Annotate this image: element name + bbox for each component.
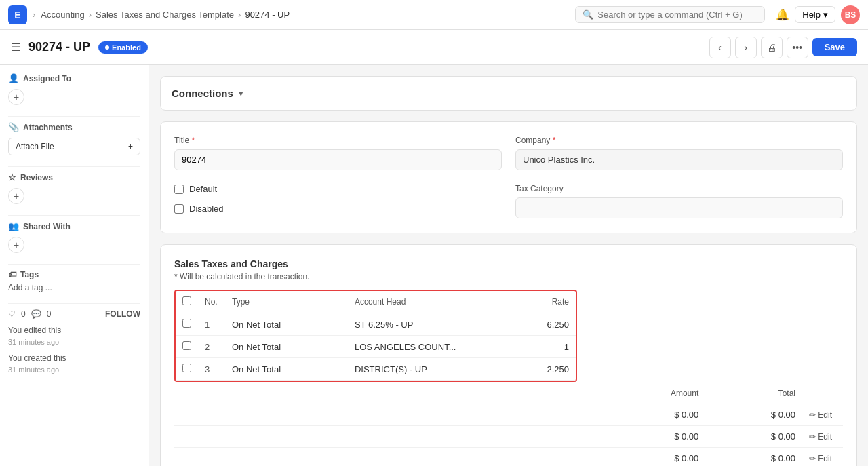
taxes-table-note: * Will be calculated in the transaction. (174, 272, 843, 281)
col-account-head: Account Head (348, 291, 506, 313)
row-2-rate: 1 (506, 336, 576, 358)
row-1-rate: 6.250 (506, 313, 576, 336)
paperclip-icon: 📎 (8, 122, 19, 132)
title-label: Title * (174, 136, 502, 145)
heart-icon: ♡ (8, 309, 16, 319)
col-rate: Rate (506, 291, 576, 313)
doc-title: 90274 - UP (28, 40, 90, 54)
tag-icon: 🏷 (8, 270, 16, 279)
activity-2: You created this 31 minutes ago (8, 352, 140, 376)
tags-title: 🏷 Tags (8, 270, 140, 279)
row-3-amount: $ 0.00 (609, 448, 706, 467)
search-bar[interactable]: 🔍 (575, 6, 765, 23)
doc-header: ☰ 90274 - UP Enabled ‹ › 🖨 ••• Save (0, 30, 868, 65)
comments-count: 0 (47, 309, 52, 319)
default-checkbox[interactable] (174, 185, 184, 194)
attachments-title: 📎 Attachments (8, 122, 140, 132)
help-button[interactable]: Help ▾ (795, 6, 835, 23)
more-options-button[interactable]: ••• (787, 37, 808, 58)
status-badge: Enabled (98, 41, 148, 54)
row-3-no: 3 (198, 358, 225, 381)
row-3-rate: 2.250 (506, 358, 576, 381)
search-input[interactable] (597, 9, 757, 20)
row-1-no: 1 (198, 313, 225, 336)
status-dot (105, 45, 109, 50)
breadcrumb-template[interactable]: Sales Taxes and Charges Template (96, 9, 234, 20)
company-field: Company * (515, 136, 843, 170)
divider-4 (8, 264, 140, 265)
search-icon: 🔍 (583, 9, 593, 20)
row-3-account: DISTRICT(S) - UP (348, 358, 506, 381)
select-all-checkbox[interactable] (182, 296, 191, 305)
row-1-account: ST 6.25% - UP (348, 313, 506, 336)
plus-icon: + (128, 142, 133, 151)
doc-header-actions: ‹ › 🖨 ••• Save (709, 37, 857, 58)
connections-panel: Connections ▾ (160, 76, 857, 111)
activity-1: You edited this 31 minutes ago (8, 324, 140, 348)
add-assigned-button[interactable]: + (8, 89, 24, 105)
breadcrumb-accounting[interactable]: Accounting (41, 9, 84, 20)
row-1-checkbox[interactable] (182, 319, 191, 328)
disabled-checkbox[interactable] (174, 204, 184, 214)
disabled-checkbox-row: Disabled (174, 203, 502, 214)
taxes-table-card: Sales Taxes and Charges * Will be calcul… (160, 244, 857, 466)
follow-button[interactable]: FOLLOW (105, 309, 140, 319)
table-row: $ 0.00 $ 0.00 ✏ Edit (174, 448, 843, 467)
col-total: Total (705, 383, 802, 404)
app-icon[interactable]: E (8, 5, 27, 24)
add-shared-button[interactable]: + (8, 237, 24, 253)
avatar[interactable]: BS (841, 5, 860, 24)
title-input[interactable] (174, 149, 502, 170)
reviews-section: ☆ Reviews + (8, 172, 140, 204)
assigned-to-section: 👤 Assigned To + (8, 73, 140, 105)
attachments-section: 📎 Attachments Attach File + (8, 122, 140, 155)
row-3-edit-link[interactable]: ✏ Edit (809, 454, 836, 463)
chevron-down-icon: ▾ (823, 9, 828, 20)
company-input[interactable] (515, 149, 843, 170)
row-2-total: $ 0.00 (705, 426, 802, 448)
disabled-label: Disabled (189, 203, 224, 214)
breadcrumb: Accounting › Sales Taxes and Charges Tem… (41, 9, 290, 20)
comment-icon: 💬 (31, 309, 41, 319)
checkboxes-col: Default Disabled (174, 184, 502, 219)
row-1-amount: $ 0.00 (609, 404, 706, 426)
add-review-button[interactable]: + (8, 188, 24, 204)
tax-category-label: Tax Category (515, 184, 843, 193)
next-button[interactable]: › (735, 37, 757, 58)
print-button[interactable]: 🖨 (761, 37, 783, 58)
top-nav: E › Accounting › Sales Taxes and Charges… (0, 0, 868, 30)
tax-category-field: Tax Category (515, 184, 843, 219)
form-grid: Title * Company * Default (174, 136, 843, 219)
row-2-checkbox[interactable] (182, 341, 191, 350)
sidebar: 👤 Assigned To + 📎 Attachments Attach Fil… (0, 65, 149, 466)
save-button[interactable]: Save (812, 38, 857, 56)
likes-count: 0 (21, 309, 26, 319)
attach-file-button[interactable]: Attach File + (8, 138, 140, 155)
default-checkbox-row: Default (174, 184, 502, 194)
table-row: 2 On Net Total LOS ANGELES COUNT... 1 (176, 336, 576, 358)
add-tag-link[interactable]: Add a tag ... (8, 283, 52, 292)
person-icon: 👤 (8, 73, 19, 83)
table-row: 3 On Net Total DISTRICT(S) - UP 2.250 (176, 358, 576, 381)
star-icon: ☆ (8, 172, 16, 182)
sidebar-toggle-button[interactable]: ☰ (11, 41, 20, 54)
row-2-edit-link[interactable]: ✏ Edit (809, 432, 836, 442)
col-amount: Amount (609, 383, 706, 404)
company-label: Company * (515, 136, 843, 145)
notifications-button[interactable]: 🔔 (776, 8, 789, 21)
tax-category-input[interactable] (515, 197, 843, 218)
divider-5 (8, 303, 140, 304)
default-label: Default (189, 184, 217, 194)
content-area: Connections ▾ Title * Company * (149, 65, 868, 466)
taxes-section-title: Sales Taxes and Charges (174, 258, 843, 269)
taxes-table: No. Type Account Head Rate 1 On Net Tota… (176, 291, 576, 381)
row-2-amount: $ 0.00 (609, 426, 706, 448)
table-row: 1 On Net Total ST 6.25% - UP 6.250 (176, 313, 576, 336)
col-type: Type (225, 291, 348, 313)
connections-header[interactable]: Connections ▾ (172, 88, 846, 99)
row-1-edit-link[interactable]: ✏ Edit (809, 410, 836, 420)
row-1-type: On Net Total (225, 313, 348, 336)
shared-with-section: 👥 Shared With + (8, 221, 140, 253)
row-3-checkbox[interactable] (182, 364, 191, 372)
prev-button[interactable]: ‹ (709, 37, 731, 58)
